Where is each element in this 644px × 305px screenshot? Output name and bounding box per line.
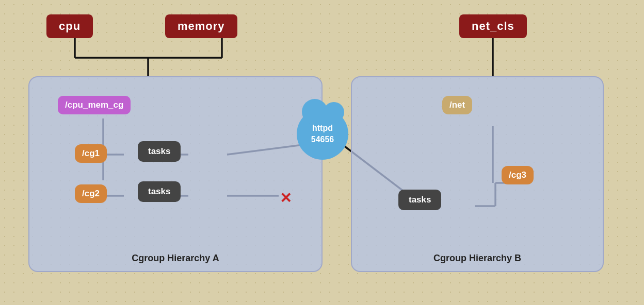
httpd-text: httpd 54656 [311,123,334,146]
cpu-mem-cg-node: /cpu_mem_cg [58,96,131,114]
tasks1-node: tasks [138,141,181,162]
hierarchy-a-title: Cgroup Hierarchy A [132,253,219,264]
diagram-container: cpu memory net_cls Cgroup Hierarchy A /c… [0,0,644,305]
blocked-x-mark: ✕ [280,190,292,207]
cpu-label: cpu [46,14,93,38]
net-cls-label: net_cls [459,14,527,38]
hierarchy-b-title: Cgroup Hierarchy B [433,253,521,264]
hierarchy-a-box: Cgroup Hierarchy A /cpu_mem_cg /cg1 task… [28,76,323,272]
memory-label: memory [165,14,237,38]
tasks2-node: tasks [138,181,181,202]
hierarchy-b-box: Cgroup Hierarchy B /net tasks /cg3 [351,76,604,272]
tasks3-node: tasks [398,190,441,210]
cg1-node: /cg1 [75,144,107,163]
cg3-node: /cg3 [502,166,534,184]
httpd-badge: httpd 54656 [297,108,353,165]
net-node: /net [442,96,472,114]
cg2-node: /cg2 [75,184,107,203]
